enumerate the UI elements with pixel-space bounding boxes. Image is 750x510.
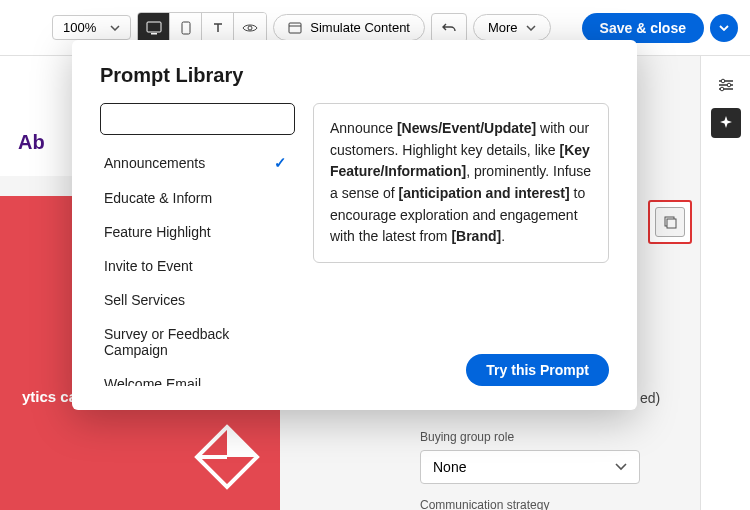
buying-group-value: None [433,459,466,475]
highlighted-copy-tool [648,200,692,244]
modal-body: Announcements ✓ Educate & Inform Feature… [100,103,609,386]
svg-point-6 [727,83,731,87]
list-item[interactable]: Survey or Feedback Campaign [100,317,295,367]
preview-token: [Brand] [451,228,501,244]
svg-rect-4 [289,23,301,33]
svg-rect-1 [151,33,157,35]
ai-rail-button[interactable] [711,108,741,138]
buying-group-select[interactable]: None [420,450,640,484]
list-item-label: Educate & Inform [104,190,212,206]
geometric-shape-icon [192,422,262,492]
toolbar-right-cluster: Save & close [582,13,738,43]
email-heading-fragment: Ab [18,131,45,154]
chevron-down-icon [526,25,536,31]
list-item-label: Welcome Email [104,376,201,386]
list-item[interactable]: Feature Highlight [100,215,295,249]
chevron-down-icon [110,25,120,31]
device-toggle-group [137,12,267,44]
desktop-icon [146,21,162,35]
save-close-button[interactable]: Save & close [582,13,704,43]
svg-point-5 [721,79,725,83]
zoom-select[interactable]: 100% [52,15,131,40]
svg-rect-9 [667,219,676,228]
simulate-icon [288,21,302,35]
buying-group-label: Buying group role [420,430,640,444]
prompt-preview-column: Announce [News/Event/Update] with our cu… [313,103,609,386]
preview-text: . [501,228,505,244]
text-icon [211,21,225,35]
desktop-view-button[interactable] [138,13,170,43]
svg-rect-2 [182,22,190,34]
check-icon: ✓ [274,154,287,172]
prompt-list: Announcements ✓ Educate & Inform Feature… [100,145,295,386]
search-field[interactable] [115,111,290,127]
svg-point-7 [720,87,724,91]
try-label: Try this Prompt [486,362,589,378]
undo-icon [441,21,457,35]
preview-token: [News/Event/Update] [397,120,536,136]
simulate-content-button[interactable]: Simulate Content [273,14,425,41]
more-label: More [488,20,518,35]
list-item-label: Survey or Feedback Campaign [104,326,287,358]
prompt-library-modal: Prompt Library Announcements ✓ Educate &… [72,40,637,410]
list-item-label: Announcements [104,155,205,171]
save-close-label: Save & close [600,20,686,36]
list-item[interactable]: Welcome Email [100,367,295,386]
preview-button[interactable] [234,13,266,43]
sliders-icon [717,77,735,93]
right-rail [700,56,750,510]
prompt-list-column: Announcements ✓ Educate & Inform Feature… [100,103,295,386]
svg-rect-0 [147,22,161,32]
copy-button[interactable] [655,207,685,237]
list-item-label: Sell Services [104,292,185,308]
mobile-icon [181,21,191,35]
list-item[interactable]: Invite to Event [100,249,295,283]
properties-fields: Buying group role None Communication str… [420,416,640,510]
truncated-text: ed) [640,390,660,406]
communication-strategy-label: Communication strategy [420,498,640,510]
search-input[interactable] [100,103,295,135]
save-close-caret-button[interactable] [710,14,738,42]
list-item[interactable]: Educate & Inform [100,181,295,215]
toolbar-left-cluster: 100% Simulate Content More [52,12,551,44]
list-item[interactable]: Sell Services [100,283,295,317]
mobile-view-button[interactable] [170,13,202,43]
prompt-preview: Announce [News/Event/Update] with our cu… [313,103,609,263]
copy-icon [662,214,678,230]
preview-token: [anticipation and interest] [399,185,570,201]
text-view-button[interactable] [202,13,234,43]
list-item-label: Invite to Event [104,258,193,274]
chevron-down-icon [615,463,627,471]
list-item[interactable]: Announcements ✓ [100,145,295,181]
zoom-value: 100% [63,20,96,35]
settings-rail-button[interactable] [711,70,741,100]
spark-icon [718,115,734,131]
more-button[interactable]: More [473,14,551,41]
undo-button[interactable] [431,13,467,43]
modal-title: Prompt Library [100,64,609,87]
simulate-label: Simulate Content [310,20,410,35]
eye-icon [242,22,258,34]
try-this-prompt-button[interactable]: Try this Prompt [466,354,609,386]
list-item-label: Feature Highlight [104,224,211,240]
svg-point-3 [248,26,252,30]
preview-text: Announce [330,120,397,136]
chevron-down-icon [719,25,729,31]
